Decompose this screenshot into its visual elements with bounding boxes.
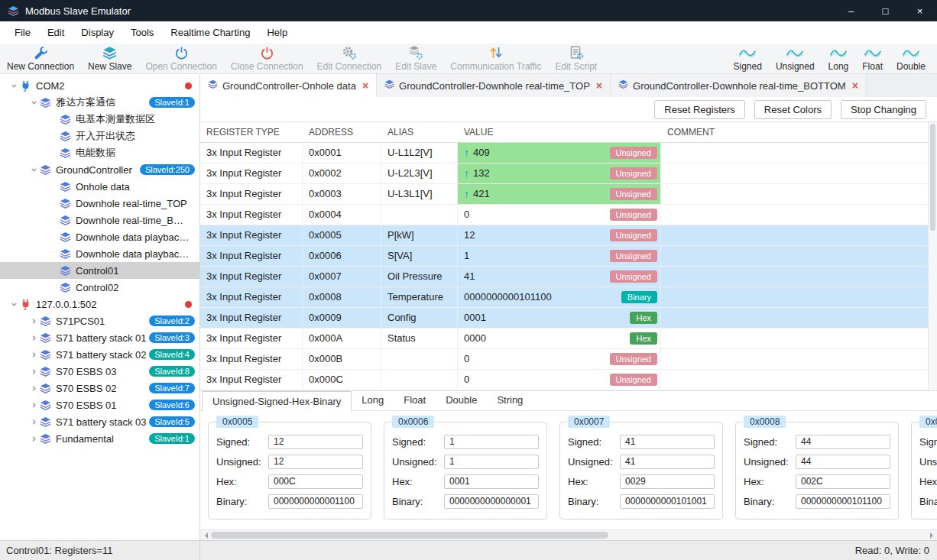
tree-item[interactable]: S71PCS01SlaveId:2: [0, 312, 199, 329]
register-tab[interactable]: GroundController-Downhole real-time_BOTT…: [611, 74, 867, 97]
scrollbar-thumb[interactable]: [930, 124, 935, 231]
collapse-chevron-icon[interactable]: [8, 83, 20, 89]
column-header[interactable]: REGISTER TYPE: [200, 122, 303, 142]
table-row[interactable]: 3x Input Register0x0009Config0001Hex: [200, 308, 928, 329]
edit-connection-button[interactable]: Edit Connection: [310, 44, 389, 73]
hex-value-input[interactable]: [620, 474, 715, 489]
expand-chevron-icon[interactable]: [28, 318, 40, 325]
menu-edit[interactable]: Edit: [39, 21, 73, 44]
collapse-chevron-icon[interactable]: [28, 99, 40, 106]
maximize-button[interactable]: □: [868, 0, 903, 21]
open-connection-button[interactable]: Open Connection: [138, 44, 223, 73]
menu-display[interactable]: Display: [73, 21, 122, 44]
table-row[interactable]: 3x Input Register0x0008Temperature000000…: [200, 287, 928, 308]
tree-item[interactable]: S71 battery stack 03SlaveId:5: [0, 413, 199, 430]
signed-toggle-button[interactable]: Signed: [727, 44, 769, 73]
expand-chevron-icon[interactable]: [28, 368, 40, 375]
reset-registers-button[interactable]: Reset Registers: [654, 100, 744, 119]
register-tab[interactable]: GroundController-Onhole data×: [200, 74, 377, 97]
horizontal-scrollbar[interactable]: [200, 529, 937, 540]
column-header[interactable]: VALUE: [458, 122, 661, 142]
binary-value-input[interactable]: [268, 494, 363, 509]
menu-help[interactable]: Help: [258, 21, 296, 44]
close-icon[interactable]: ×: [362, 80, 368, 91]
collapse-chevron-icon[interactable]: [8, 301, 20, 308]
float-toggle-button[interactable]: Float: [855, 44, 890, 73]
table-row[interactable]: 3x Input Register0x0007Oil Pressure41Uns…: [200, 267, 928, 287]
column-header[interactable]: ADDRESS: [303, 122, 381, 142]
signed-value-input[interactable]: [444, 435, 539, 449]
table-row[interactable]: 3x Input Register0x000C0Unsigned: [200, 370, 928, 390]
stop-changing-button[interactable]: Stop Changing: [841, 100, 926, 119]
register-tab[interactable]: GroundController-Downhole real-time_TOP×: [377, 74, 611, 97]
signed-value-input[interactable]: [796, 435, 890, 449]
table-row[interactable]: 3x Input Register0x0002U-L2L3[V]↑132Unsi…: [200, 163, 928, 184]
tree-item[interactable]: 电基本测量数据区: [0, 111, 199, 128]
table-row[interactable]: 3x Input Register0x000AStatus0000Hex: [200, 329, 928, 349]
reset-colors-button[interactable]: Reset Colors: [754, 100, 832, 119]
tree-item[interactable]: Downhole data playback 01: [0, 228, 199, 245]
minimize-button[interactable]: –: [834, 0, 868, 21]
double-toggle-button[interactable]: Double: [890, 44, 932, 73]
tree-item[interactable]: Downhole real-time_BOTTOM: [0, 212, 199, 228]
close-icon[interactable]: ×: [596, 80, 602, 91]
tree-item[interactable]: Onhole data: [0, 178, 199, 195]
tree-item[interactable]: COM2: [0, 77, 199, 94]
format-tab[interactable]: String: [487, 390, 533, 410]
expand-chevron-icon[interactable]: [28, 402, 40, 409]
signed-value-input[interactable]: [268, 435, 363, 449]
format-tab[interactable]: Long: [352, 390, 394, 410]
tree-item[interactable]: S71 battery stack 02SlaveId:4: [0, 346, 199, 363]
unsigned-toggle-button[interactable]: Unsigned: [769, 44, 822, 73]
tree-item[interactable]: S70 ESBS 03SlaveId:8: [0, 363, 199, 380]
new-connection-button[interactable]: New Connection: [0, 44, 81, 73]
binary-value-input[interactable]: [796, 494, 890, 509]
tree-item[interactable]: Control02: [0, 279, 199, 296]
expand-chevron-icon[interactable]: [28, 351, 40, 358]
collapse-chevron-icon[interactable]: [28, 167, 40, 173]
hex-value-input[interactable]: [444, 474, 539, 489]
tree-item[interactable]: 雅达方案通信SlaveId:1: [0, 94, 199, 111]
expand-chevron-icon[interactable]: [28, 419, 40, 426]
column-header[interactable]: ALIAS: [381, 122, 458, 142]
edit-script-button[interactable]: Edit Script: [548, 44, 604, 73]
scrollbar-thumb[interactable]: [211, 532, 608, 539]
table-row[interactable]: 3x Input Register0x0006S[VA]1Unsigned: [200, 246, 928, 267]
unsigned-value-input[interactable]: [796, 455, 890, 469]
signed-value-input[interactable]: [620, 435, 715, 449]
close-icon[interactable]: ×: [852, 80, 858, 91]
tree-item[interactable]: Downhole real-time_TOP: [0, 195, 199, 212]
tree-item[interactable]: Downhole data playback 02: [0, 245, 199, 262]
unsigned-value-input[interactable]: [620, 455, 715, 469]
tree-item[interactable]: Control01: [0, 262, 199, 279]
new-slave-button[interactable]: New Slave: [81, 44, 138, 73]
hex-value-input[interactable]: [268, 474, 363, 489]
scroll-left-icon[interactable]: [200, 530, 211, 541]
table-row[interactable]: 3x Input Register0x0003U-L3L1[V]↑421Unsi…: [200, 184, 928, 205]
tree-item[interactable]: 电能数据: [0, 144, 199, 161]
tree-item[interactable]: 开入开出状态: [0, 128, 199, 144]
unsigned-value-input[interactable]: [268, 455, 363, 469]
expand-chevron-icon[interactable]: [28, 435, 40, 442]
table-row[interactable]: 3x Input Register0x00040Unsigned: [200, 205, 928, 225]
expand-chevron-icon[interactable]: [28, 335, 40, 342]
tree-item[interactable]: S70 ESBS 02SlaveId:7: [0, 380, 199, 397]
long-toggle-button[interactable]: Long: [822, 44, 856, 73]
tree-item[interactable]: S71 battery stack 01SlaveId:3: [0, 329, 199, 346]
format-tab[interactable]: Float: [394, 390, 436, 410]
format-tab[interactable]: Unsigned-Signed-Hex-Binary: [202, 391, 352, 411]
close-button[interactable]: ×: [903, 0, 937, 21]
expand-chevron-icon[interactable]: [28, 385, 40, 392]
table-row[interactable]: 3x Input Register0x0005P[kW]12Unsigned: [200, 225, 928, 246]
tree-item[interactable]: 127.0.0.1:502: [0, 296, 199, 312]
scroll-right-icon[interactable]: [926, 530, 937, 541]
close-connection-button[interactable]: Close Connection: [224, 44, 310, 73]
binary-value-input[interactable]: [444, 494, 539, 509]
tree-item[interactable]: S70 ESBS 01SlaveId:6: [0, 397, 199, 413]
menu-file[interactable]: File: [6, 21, 39, 44]
vertical-scrollbar[interactable]: [928, 122, 937, 390]
tree-item[interactable]: GroundControllerSlaveId:250: [0, 161, 199, 178]
edit-slave-button[interactable]: Edit Slave: [388, 44, 443, 73]
column-header[interactable]: COMMENT: [661, 122, 928, 142]
table-row[interactable]: 3x Input Register0x000B0Unsigned: [200, 349, 928, 370]
